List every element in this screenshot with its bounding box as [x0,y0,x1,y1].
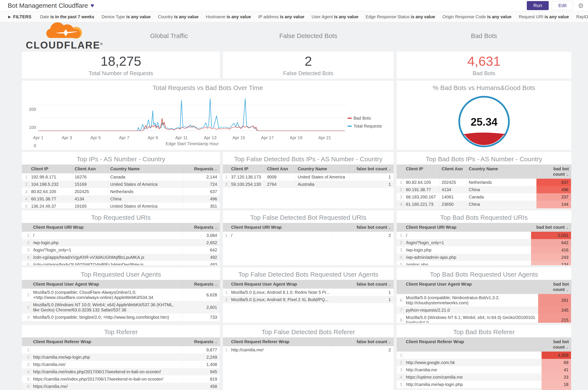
column-header[interactable]: Client Request User Agent Wrap [31,280,182,289]
edit-button[interactable]: Edit [552,1,573,10]
table-row[interactable]: 2/wp-login.php2,652 [22,239,220,246]
table-row[interactable]: 180.82.64.105202425Netherlands637 [397,179,571,186]
table-row[interactable]: 368.183.200.16714061Canada237 [397,193,571,200]
table-row[interactable]: 2http://camilia.me/wp-login.php2,249 [22,353,220,361]
filter-item[interactable]: Edge Response Status is any value [366,14,435,19]
filter-item[interactable]: User Agent is any value [312,14,358,19]
table-row[interactable]: 3http://camilia.me41 [397,366,571,374]
table-row[interactable]: 19,877 [22,346,220,353]
table-title: Top Bad Bots IPs - AS Number - Country [397,152,571,164]
table-row[interactable]: 3/wp-login.php416 [397,246,571,254]
table-row[interactable]: 259.100.254.1302764Australia1 [223,181,394,188]
table-row[interactable]: 1/2 [223,232,394,239]
gear-icon[interactable]: ⚙ [578,2,584,9]
column-header[interactable]: Client Request URI Wrap [229,223,333,232]
table-row[interactable]: 3Mozilla/5.0 (compatible; bingbot/2.0; +… [22,314,220,321]
table-row[interactable]: 7python-requests/2.21.0245 [397,306,571,314]
table-row[interactable]: 3http://camilia.me/1,408 [22,361,220,368]
filter-item[interactable]: IP address is any value [258,14,304,19]
table-row[interactable]: 4681 [22,321,220,323]
column-header[interactable]: false bot count⌄ [349,164,394,173]
column-header[interactable]: Client Request Referer Wrap [229,337,333,346]
column-header[interactable]: bad bot count⌄ [538,280,571,294]
column-header[interactable]: Client IP [229,164,265,173]
column-header[interactable]: Requests⌄ [182,337,220,346]
column-header[interactable]: Client Asn [265,164,295,173]
column-header[interactable]: false bot count⌄ [333,280,393,289]
table-cell: 60.191.38.77 [404,186,440,193]
column-header[interactable]: Client Request URI Wrap [31,223,182,232]
table-row[interactable]: 2/login/?login_only=1642 [397,239,571,246]
filter-item[interactable]: Date is in the past 7 weeks [40,14,94,19]
table-row[interactable]: 260.191.38.774134China496 [397,186,571,193]
column-header[interactable]: Requests⌄ [182,223,220,232]
table-row[interactable]: 5/xmlrpc.php124 [397,261,571,265]
column-header[interactable]: Requests⌄ [183,164,220,173]
table-row[interactable]: 2104.198.5.23215169United States of Amer… [22,181,220,188]
column-header[interactable]: Client Asn [72,164,108,173]
column-header[interactable]: Requests⌄ [182,280,220,289]
table-row[interactable]: 1192.99.8.17116276Canada2,144 [22,173,220,181]
table-row[interactable]: 1/2,031 [397,232,571,239]
table-row[interactable]: 461.160.221.7323650China144 [397,200,571,208]
table-row[interactable]: 460.191.38.774134China496 [22,195,220,202]
column-header[interactable]: Client Request Referer Wrap [31,337,182,346]
table-cell: 483 [182,261,220,265]
table-cell: 133 [536,208,571,208]
filters-expander-icon[interactable]: ▶ [8,15,11,19]
filter-item[interactable]: Origin Response Code is any value [442,14,511,19]
legend-item[interactable]: Total Requests [347,124,392,129]
table-row[interactable]: 1Mozilla/5.0 (compatible; CloudFlare-Alw… [22,289,220,301]
filter-item[interactable]: Hostname is any value [206,14,251,19]
table-row[interactable]: 5123.163.122.17314261China133 [397,208,571,208]
table-row[interactable]: 1/3,084 [22,232,220,239]
legend-item[interactable]: Bad Bots [347,116,392,121]
column-header[interactable]: Client Request User Agent Wrap [229,280,333,289]
column-header[interactable]: Country Name [466,164,536,179]
table-row[interactable]: 8Mozilla/5.0 (Windows NT 6.1; Win64; x64… [397,314,571,323]
table-row[interactable]: 14,359 [397,351,571,359]
table-row[interactable]: 3/login/?login_only=1642 [22,246,220,254]
table-row[interactable]: 5/cdn-cgi/apps/body/3Lh52SjWTQ4HRlErJykH… [22,261,220,265]
column-header[interactable]: Client IP [404,164,440,179]
timeseries-plot[interactable] [38,95,346,134]
table-cell: /wp-login.php [31,239,182,246]
column-header[interactable]: Client Request Referer Wrap [404,337,542,351]
column-header[interactable]: bad bot count⌄ [541,337,571,351]
table-row[interactable]: 6Mozilla/5.0 (compatible; Nimbostratus-B… [397,294,571,306]
table-cell: 2 [333,346,393,353]
filter-item[interactable]: Device Type is any value [101,14,151,19]
column-header[interactable]: bad bot count⌄ [536,164,571,179]
table-row[interactable]: 4/wp-admin/admin-ajax.php243 [397,254,571,261]
column-header[interactable]: bad bot count⌄ [531,223,571,232]
column-header[interactable]: Client Request URI Wrap [404,223,531,232]
table-row[interactable]: 5http://camilia.me/wp-login.php18 [397,381,571,388]
table-row[interactable]: 2http://www.google.com.hk69 [397,359,571,366]
run-button[interactable]: Run [527,1,549,10]
column-header[interactable]: Client Asn [440,164,466,179]
table-row[interactable]: 1http://camilia.me/2 [223,346,394,353]
column-header[interactable]: Client Request User Agent Wrap [404,280,538,294]
filter-item[interactable]: Country is any value [158,14,198,19]
table-row[interactable]: 5https://camilia.me/index.php/2017/06/17… [22,375,220,383]
column-header[interactable]: Country Name [295,164,349,173]
table-row[interactable]: 380.82.64.105202425Netherlands637 [22,188,220,195]
table-row[interactable]: 137.120.138.1739009United States of Amer… [223,173,394,181]
kpi-false-detected-bots: 2False Detected Bots [223,51,394,79]
column-header[interactable]: false bot count⌄ [333,223,393,232]
table-row[interactable]: 2Mozilla/5.0 (Windows NT 10.0; Win64; x6… [22,301,220,314]
table-row[interactable]: 4/cdn-cgi/apps/head/xVgyKhR-vV3dAUGhMqfB… [22,254,220,261]
table-row[interactable]: 4https://uptime.com/camilia.me23 [397,374,571,381]
column-header[interactable]: Client IP [29,164,72,173]
table-row[interactable]: 2Mozilla/5.0 (Linux; Android 9; Pixel 2 … [223,296,394,303]
table-row[interactable]: 4http://camilia.me/index.php/2017/06/17/… [22,368,220,375]
table-row[interactable]: 6https://camilia.me/458 [22,383,220,390]
column-header[interactable]: Country Name [108,164,183,173]
filter-item[interactable]: Request URI is any value [519,14,569,19]
filter-item[interactable]: RayID is any value [576,14,588,19]
table-row[interactable]: 6http://camilia.me/11 [397,388,571,390]
table-row[interactable]: 1Mozilla/5.0 (Linux; Android 8.1.0; Redm… [223,289,394,296]
column-header[interactable]: false bot count⌄ [333,337,393,346]
legend-swatch [347,126,352,127]
table-row[interactable]: 5136.24.49.3719165United States of Ameri… [22,202,220,208]
